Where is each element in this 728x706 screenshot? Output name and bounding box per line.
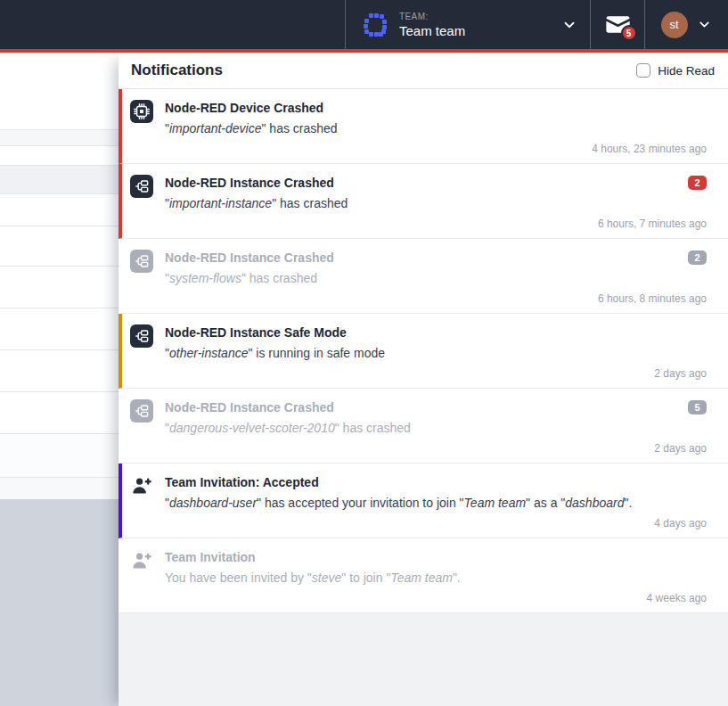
team-icon — [362, 12, 389, 38]
notifications-header: Notifications Hide Read — [119, 53, 728, 89]
notifications-panel: Notifications Hide Read Node-RED Device … — [119, 53, 728, 706]
notification-badge: 2 — [688, 250, 707, 265]
avatar: st — [661, 12, 688, 38]
hide-read-checkbox[interactable] — [636, 63, 650, 78]
notification-title: Node-RED Device Crashed — [165, 100, 323, 116]
notification-message: You have been invited by "steve" to join… — [165, 570, 707, 586]
notification-item[interactable]: Node-RED Instance Safe Mode "other-insta… — [119, 314, 728, 389]
notification-message: "system-flows" has crashed — [165, 270, 707, 286]
navbar-spacer — [0, 0, 345, 49]
team-selector[interactable]: TEAM: Team team — [345, 0, 590, 49]
team-name: Team team — [399, 23, 561, 38]
notification-time: 4 hours, 23 minutes ago — [592, 143, 707, 163]
user-menu[interactable]: st — [644, 0, 728, 49]
underlay-divider — [0, 226, 119, 226]
notification-title: Node-RED Instance Crashed — [165, 399, 334, 415]
notification-title: Node-RED Instance Crashed — [165, 250, 334, 266]
notification-item[interactable]: Team Invitation You have been invited by… — [119, 538, 728, 613]
underlay-divider — [0, 193, 119, 194]
notification-title: Team Invitation: Accepted — [165, 474, 319, 490]
team-selector-texts: TEAM: Team team — [399, 12, 561, 38]
notification-title: Node-RED Instance Crashed — [165, 175, 334, 191]
notifications-list: Node-RED Device Crashed "important-devic… — [119, 89, 728, 613]
notification-badge: 5 — [688, 400, 707, 415]
underlay-divider — [0, 308, 119, 308]
notification-item[interactable]: Team Invitation: Accepted "dashboard-use… — [119, 464, 728, 538]
instance-icon — [130, 324, 153, 348]
notification-time: 6 hours, 8 minutes ago — [598, 292, 707, 313]
top-navbar: TEAM: Team team 5 st — [0, 0, 728, 53]
underlay-divider — [0, 145, 119, 146]
underlay-row — [0, 434, 119, 477]
notification-time: 2 days ago — [654, 367, 707, 388]
underlay-divider — [0, 349, 119, 350]
notification-item[interactable]: Node-RED Instance Crashed 2 "important-i… — [119, 164, 728, 239]
user-add-icon — [130, 549, 153, 572]
user-add-icon — [130, 474, 153, 497]
notification-message: "dangerous-velvet-scoter-2010" has crash… — [165, 420, 707, 436]
notifications-inbox-button[interactable]: 5 — [590, 0, 644, 49]
notification-time: 4 days ago — [654, 517, 707, 538]
mail-icon: 5 — [606, 15, 630, 34]
notification-item[interactable]: Node-RED Device Crashed "important-devic… — [119, 89, 728, 164]
chevron-down-icon — [697, 17, 713, 33]
hide-read-toggle[interactable]: Hide Read — [636, 63, 715, 78]
avatar-initials: st — [669, 18, 678, 31]
hide-read-label: Hide Read — [658, 64, 715, 78]
underlay-divider — [0, 391, 119, 392]
instance-icon — [130, 175, 153, 198]
notification-title: Node-RED Instance Safe Mode — [165, 324, 347, 341]
notification-time: 2 days ago — [654, 442, 707, 463]
notification-message: "dashboard-user" has accepted your invit… — [165, 495, 707, 511]
team-label: TEAM: — [399, 12, 561, 21]
notification-title: Team Invitation — [165, 549, 256, 565]
notification-message: "other-instance" is running in safe mode — [165, 345, 707, 361]
chevron-down-icon — [561, 17, 577, 33]
notification-item[interactable]: Node-RED Instance Crashed 2 "system-flow… — [119, 239, 728, 314]
instance-icon — [130, 250, 153, 273]
panel-title: Notifications — [131, 62, 636, 79]
notification-time: 6 hours, 7 minutes ago — [598, 218, 707, 238]
instance-icon — [130, 399, 153, 423]
device-icon — [130, 100, 153, 123]
underlay-row — [0, 130, 119, 145]
mail-badge: 5 — [621, 25, 637, 41]
notification-message: "important-device" has crashed — [165, 120, 707, 136]
underlay-row — [0, 478, 119, 499]
notification-item[interactable]: Node-RED Instance Crashed 5 "dangerous-v… — [119, 389, 728, 464]
underlay-row — [0, 166, 119, 193]
notification-time: 4 weeks ago — [647, 592, 707, 612]
underlay-divider — [0, 266, 119, 267]
underlay-gray-block — [0, 499, 119, 706]
notification-message: "important-instance" has crashed — [165, 195, 707, 211]
notification-badge: 2 — [688, 176, 707, 190]
